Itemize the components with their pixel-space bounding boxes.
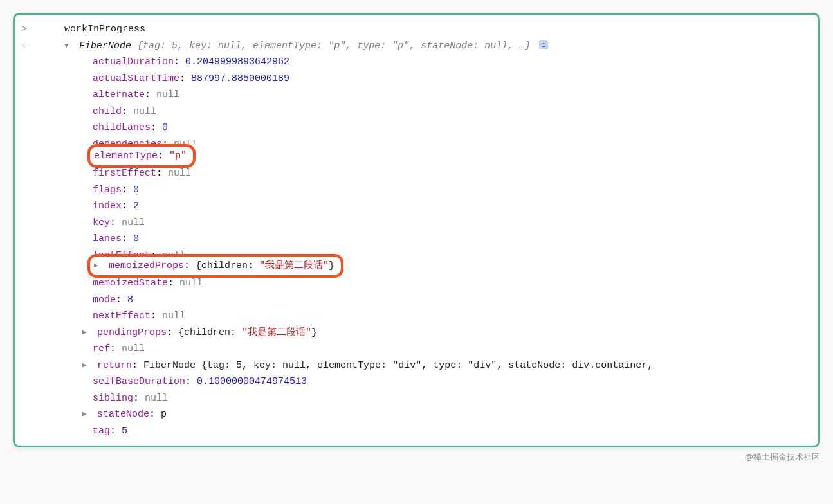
property-key: stateNode: [97, 409, 149, 420]
property-key: return: [97, 360, 132, 371]
property-key: nextEffect: [93, 310, 151, 321]
property-value: 0: [133, 233, 139, 244]
property-key: tag: [93, 426, 110, 437]
property-key: child: [93, 106, 122, 117]
console-panel: > workInProgress <· ▼ FiberNode {tag: 5,…: [13, 13, 820, 447]
property-value: null: [174, 139, 197, 144]
property-value: 8: [127, 294, 133, 305]
property-row[interactable]: index: 2: [21, 198, 809, 215]
property-key: lastEffect: [93, 250, 151, 254]
property-row[interactable]: selfBaseDuration: 0.10000000474974513: [21, 374, 809, 390]
property-key: memoizedState: [93, 278, 168, 289]
property-value: 0: [162, 122, 168, 133]
property-row[interactable]: dependencies: null: [21, 136, 809, 144]
prompt-icon: >: [21, 24, 27, 35]
property-key: firstEffect: [93, 168, 156, 179]
chevron-down-icon[interactable]: ▼: [64, 40, 72, 52]
property-value: 0.2049999893642962: [185, 57, 289, 68]
property-row[interactable]: lanes: 0: [21, 231, 809, 248]
property-row[interactable]: key: null: [21, 215, 809, 231]
object-preview-close: }: [311, 327, 317, 338]
expression-text: workInProgress: [64, 24, 145, 35]
property-key: selfBaseDuration: [93, 376, 185, 387]
property-value: 5: [122, 426, 127, 437]
console-input-row: > workInProgress: [21, 21, 809, 38]
property-row[interactable]: ▶ return: FiberNode {tag: 5, key: null, …: [21, 357, 809, 374]
property-value: null: [179, 278, 203, 289]
property-key: key: [93, 217, 110, 228]
watermark-text: @稀土掘金技术社区: [13, 451, 820, 463]
property-key: flags: [93, 184, 122, 195]
property-value: p: [161, 409, 167, 420]
chevron-right-icon[interactable]: ▶: [94, 260, 102, 272]
property-key: sibling: [93, 393, 133, 404]
property-key: elementType: [94, 150, 158, 161]
console-output-row: <· ▼ FiberNode {tag: 5, key: null, eleme…: [21, 38, 809, 55]
property-value: null: [145, 393, 168, 404]
property-value: null: [156, 89, 179, 100]
property-row[interactable]: actualDuration: 0.2049999893642962: [21, 54, 809, 71]
property-key: pendingProps: [97, 327, 167, 338]
property-row[interactable]: childLanes: 0: [21, 120, 809, 136]
object-preview-close: }: [329, 260, 334, 271]
property-value: null: [133, 106, 156, 117]
object-preview-open: {children:: [178, 327, 242, 338]
property-row-highlighted[interactable]: elementType: "p": [21, 144, 809, 168]
object-summary-open: {: [137, 40, 143, 51]
property-row[interactable]: flags: 0: [21, 182, 809, 199]
chevron-right-icon[interactable]: ▶: [82, 408, 90, 420]
property-row[interactable]: ref: null: [21, 341, 809, 357]
property-key: actualStartTime: [93, 73, 179, 84]
property-value: null: [122, 217, 145, 228]
property-key: memoizedProps: [109, 260, 184, 271]
info-icon[interactable]: i: [539, 40, 548, 50]
object-preview-string: "我是第二段话": [242, 327, 311, 338]
chevron-right-icon[interactable]: ▶: [82, 327, 90, 339]
property-row[interactable]: firstEffect: null: [21, 165, 809, 182]
object-preview-string: "我是第二段话": [259, 260, 329, 271]
property-key: index: [93, 201, 122, 212]
property-value: 887997.8850000189: [191, 73, 289, 84]
property-key: lanes: [93, 233, 122, 244]
property-value: null: [162, 250, 185, 254]
response-icon: <·: [21, 40, 30, 53]
property-value: null: [122, 343, 145, 354]
object-preview-open: {children:: [196, 260, 259, 271]
property-row[interactable]: child: null: [21, 104, 809, 120]
highlight-box: elementType: "p": [87, 144, 196, 168]
object-summary-inside: tag: 5, key: null, elementType: "p", typ…: [143, 40, 525, 51]
property-row[interactable]: ▶ pendingProps: {children: "我是第二段话"}: [21, 325, 809, 341]
property-key: mode: [93, 294, 116, 305]
property-row[interactable]: nextEffect: null: [21, 308, 809, 325]
property-key: ref: [93, 343, 110, 354]
property-key: childLanes: [93, 122, 151, 133]
property-value: 0.10000000474974513: [197, 376, 307, 387]
property-value: 0: [133, 184, 139, 195]
property-key: dependencies: [93, 139, 162, 144]
property-row[interactable]: memoizedState: null: [21, 275, 809, 292]
property-value: null: [162, 310, 185, 321]
property-key: alternate: [93, 89, 145, 100]
object-summary-close: }: [525, 40, 531, 51]
property-row[interactable]: sibling: null: [21, 390, 809, 407]
property-row-highlighted[interactable]: ▶ memoizedProps: {children: "我是第二段话"}: [21, 254, 809, 278]
property-value: FiberNode {tag: 5, key: null, elementTyp…: [143, 360, 653, 371]
chevron-right-icon[interactable]: ▶: [82, 359, 90, 372]
property-value: 2: [133, 201, 139, 212]
property-row[interactable]: mode: 8: [21, 292, 809, 309]
property-row[interactable]: tag: 5: [21, 423, 809, 440]
object-type[interactable]: FiberNode: [79, 40, 131, 51]
property-value: "p": [169, 150, 187, 161]
property-row[interactable]: actualStartTime: 887997.8850000189: [21, 71, 809, 87]
highlight-box: ▶ memoizedProps: {children: "我是第二段话"}: [87, 254, 343, 278]
property-row[interactable]: lastEffect: null: [21, 248, 809, 254]
property-row[interactable]: alternate: null: [21, 87, 809, 104]
property-row[interactable]: ▶ stateNode: p: [21, 406, 809, 423]
property-key: actualDuration: [93, 57, 174, 68]
property-value: null: [168, 168, 191, 179]
